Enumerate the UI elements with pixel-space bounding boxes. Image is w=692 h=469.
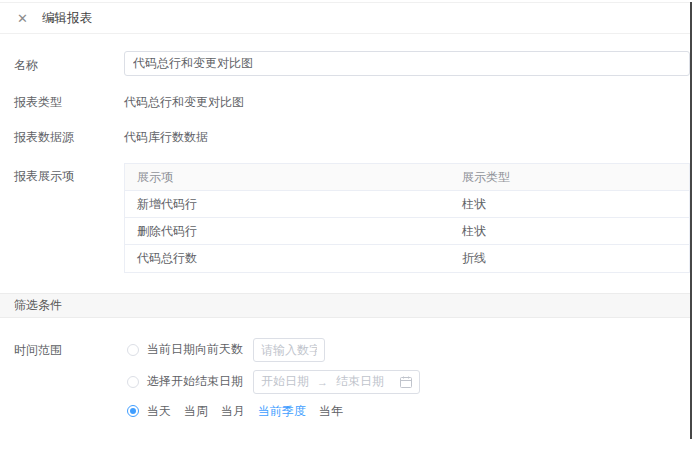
table-header-row: 展示项 展示类型 bbox=[125, 164, 689, 191]
table-row: 新增代码行 柱状 bbox=[125, 191, 689, 218]
report-type-label: 报表类型 bbox=[14, 89, 124, 110]
table-cell-type: 柱状 bbox=[450, 223, 689, 240]
filter-section-title: 筛选条件 bbox=[14, 297, 62, 314]
calendar-icon bbox=[400, 376, 412, 388]
table-cell-type: 柱状 bbox=[450, 196, 689, 213]
data-source-label: 报表数据源 bbox=[14, 124, 124, 145]
time-range-label: 时间范围 bbox=[14, 337, 124, 358]
days-number-input[interactable] bbox=[253, 338, 325, 362]
name-input[interactable] bbox=[124, 51, 690, 76]
preset-today[interactable]: 当天 bbox=[147, 403, 171, 420]
option-days-before: 当前日期向前天数 bbox=[124, 337, 420, 362]
radio-days-before-label[interactable]: 当前日期向前天数 bbox=[147, 341, 243, 358]
radio-days-before[interactable] bbox=[127, 344, 139, 356]
preset-quarter[interactable]: 当前季度 bbox=[258, 403, 306, 420]
close-icon[interactable]: ✕ bbox=[17, 12, 28, 25]
table-cell-item: 代码总行数 bbox=[125, 250, 450, 267]
drawer: ✕ 编辑报表 名称 报表类型 代码总行和变更对比图 报表数据源 代码库行数数据 … bbox=[0, 2, 692, 426]
table-row: 代码总行数 折线 bbox=[125, 245, 689, 272]
table-header-item: 展示项 bbox=[125, 169, 450, 186]
preset-year[interactable]: 当年 bbox=[319, 403, 343, 420]
preset-month[interactable]: 当月 bbox=[221, 403, 245, 420]
preset-week[interactable]: 当周 bbox=[184, 403, 208, 420]
drawer-header: ✕ 编辑报表 bbox=[0, 3, 692, 34]
radio-date-range[interactable] bbox=[127, 376, 139, 388]
preset-choices: 当天 当周 当月 当前季度 当年 bbox=[147, 403, 356, 420]
table-header-type: 展示类型 bbox=[450, 169, 689, 186]
arrow-right-icon: → bbox=[317, 376, 328, 388]
radio-date-range-label[interactable]: 选择开始结束日期 bbox=[147, 373, 243, 390]
radio-presets[interactable] bbox=[127, 405, 139, 417]
table-cell-type: 折线 bbox=[450, 250, 689, 267]
edit-report-drawer: ✕ 编辑报表 名称 报表类型 代码总行和变更对比图 报表数据源 代码库行数数据 … bbox=[0, 2, 692, 469]
time-range-options: 当前日期向前天数 选择开始结束日期 开始日期 → 结束日期 bbox=[124, 337, 420, 426]
time-range-row: 时间范围 当前日期向前天数 选择开始结束日期 开始日期 → 结束日期 bbox=[0, 337, 692, 426]
display-items-row: 报表展示项 展示项 展示类型 新增代码行 柱状 删除代码行 柱状 代码总行数 折… bbox=[0, 163, 692, 273]
data-source-value: 代码库行数数据 bbox=[124, 124, 208, 145]
display-items-label: 报表展示项 bbox=[14, 163, 124, 184]
name-row: 名称 bbox=[0, 51, 692, 76]
option-presets: 当天 当周 当月 当前季度 当年 bbox=[124, 403, 420, 419]
table-cell-item: 新增代码行 bbox=[125, 196, 450, 213]
data-source-row: 报表数据源 代码库行数数据 bbox=[0, 124, 692, 145]
report-type-value: 代码总行和变更对比图 bbox=[124, 89, 244, 110]
date-range-picker[interactable]: 开始日期 → 结束日期 bbox=[253, 370, 420, 394]
table-cell-item: 删除代码行 bbox=[125, 223, 450, 240]
drawer-title: 编辑报表 bbox=[42, 10, 92, 27]
table-row: 删除代码行 柱状 bbox=[125, 218, 689, 245]
option-date-range: 选择开始结束日期 开始日期 → 结束日期 bbox=[124, 369, 420, 394]
report-type-row: 报表类型 代码总行和变更对比图 bbox=[0, 89, 692, 110]
name-label: 名称 bbox=[14, 51, 124, 73]
display-items-table: 展示项 展示类型 新增代码行 柱状 删除代码行 柱状 代码总行数 折线 bbox=[124, 163, 690, 273]
end-date-placeholder: 结束日期 bbox=[336, 373, 384, 390]
filter-section-bar: 筛选条件 bbox=[0, 293, 692, 318]
start-date-placeholder: 开始日期 bbox=[261, 373, 309, 390]
